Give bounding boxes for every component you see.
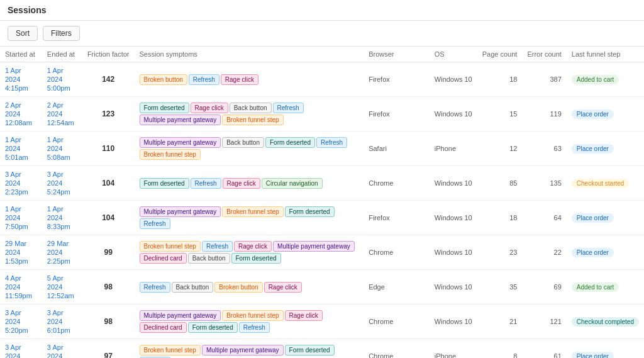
started-link[interactable]: 1 Apr 20244:15pm bbox=[5, 67, 28, 92]
ended-link[interactable]: 1 Apr 20245:00pm bbox=[47, 67, 70, 92]
symptom-tag[interactable]: Back button bbox=[230, 103, 272, 113]
symptom-tag[interactable]: Broken funnel step bbox=[222, 115, 283, 125]
symptom-tag[interactable]: Rage click bbox=[221, 74, 258, 85]
symptom-tag[interactable]: Rage click bbox=[191, 103, 228, 113]
symptom-tag[interactable]: Form deserted bbox=[265, 137, 315, 148]
cell-friction: 123 bbox=[82, 97, 135, 131]
symptom-tag[interactable]: Rage click bbox=[264, 282, 302, 293]
cell-started: 3 Apr 20245:20pm bbox=[0, 305, 42, 339]
table-row[interactable]: 3 Apr 20245:20pm3 Apr 20246:01pm98Multip… bbox=[0, 305, 644, 339]
ended-link[interactable]: 5 Apr 202412:52am bbox=[47, 274, 74, 299]
symptom-tag[interactable]: Refresh bbox=[239, 322, 270, 333]
symptom-tag[interactable]: Declined card bbox=[140, 253, 187, 264]
symptom-tag[interactable]: Broken button bbox=[140, 74, 187, 85]
symptom-tag[interactable]: Back button bbox=[172, 282, 214, 293]
symptom-tag[interactable]: Form deserted bbox=[231, 253, 281, 264]
symptom-tag[interactable]: Refresh bbox=[316, 137, 347, 148]
cell-browser: Chrome bbox=[364, 166, 430, 201]
started-link[interactable]: 29 Mar 20241:53pm bbox=[5, 240, 28, 265]
table-row[interactable]: 1 Apr 20244:15pm1 Apr 20245:00pm142Broke… bbox=[0, 62, 644, 97]
symptom-tag[interactable]: Multiple payment gateway bbox=[140, 137, 221, 148]
table-row[interactable]: 29 Mar 20241:53pm29 Mar 20242:25pm99Brok… bbox=[0, 235, 644, 270]
cell-pagecount: 21 bbox=[477, 305, 523, 339]
symptom-tag[interactable]: Broken button bbox=[214, 282, 262, 293]
symptom-tag[interactable]: Refresh bbox=[273, 103, 304, 113]
symptom-tag[interactable]: Back button bbox=[188, 253, 230, 264]
funnel-badge: Place order bbox=[572, 248, 614, 257]
ended-link[interactable]: 1 Apr 20245:08am bbox=[47, 136, 70, 161]
symptom-tag[interactable]: Rage click bbox=[223, 178, 260, 189]
started-link[interactable]: 1 Apr 20245:01am bbox=[5, 136, 28, 161]
started-link[interactable]: 3 Apr 20242:23pm bbox=[5, 171, 28, 196]
started-link[interactable]: 3 Apr 20245:20pm bbox=[5, 309, 28, 334]
cell-funnel: Place order bbox=[567, 97, 644, 131]
symptom-tag[interactable]: Refresh bbox=[140, 282, 170, 293]
cell-ended: 3 Apr 20246:01pm bbox=[42, 305, 82, 339]
symptom-tag[interactable]: Refresh bbox=[202, 241, 233, 252]
page-header: Sessions Sort Filters bbox=[0, 0, 644, 47]
symptom-tag[interactable]: Refresh bbox=[140, 218, 170, 229]
col-errorcount: Error count bbox=[522, 47, 566, 62]
symptom-tag[interactable]: Multiple payment gateway bbox=[140, 310, 221, 321]
symptom-tag[interactable]: Broken funnel step bbox=[140, 149, 201, 160]
sort-button[interactable]: Sort bbox=[8, 26, 38, 41]
table-row[interactable]: 1 Apr 20245:01am1 Apr 20245:08am110Multi… bbox=[0, 131, 644, 166]
col-symptoms: Session symptoms bbox=[135, 47, 364, 62]
table-row[interactable]: 2 Apr 202412:08am2 Apr 202412:54am123For… bbox=[0, 97, 644, 131]
symptom-tag[interactable]: Broken funnel step bbox=[140, 241, 201, 252]
page-title: Sessions bbox=[8, 5, 46, 15]
symptom-tag[interactable]: Form deserted bbox=[140, 178, 189, 189]
ended-link[interactable]: 3 Apr 20241:29am bbox=[47, 344, 70, 358]
table-container: Started at Ended at Friction factor Sess… bbox=[0, 47, 644, 358]
cell-pagecount: 18 bbox=[477, 62, 523, 97]
symptom-tag[interactable]: Broken funnel step bbox=[140, 345, 201, 355]
ended-link[interactable]: 29 Mar 20242:25pm bbox=[47, 240, 70, 265]
col-ended: Ended at bbox=[42, 47, 82, 62]
cell-browser: Chrome bbox=[364, 339, 430, 359]
table-row[interactable]: 3 Apr 20242:23pm3 Apr 20245:24pm104Form … bbox=[0, 166, 644, 201]
symptom-tag[interactable]: Rage click bbox=[234, 241, 272, 252]
cell-os: iPhone bbox=[430, 339, 477, 359]
cell-funnel: Checkout started bbox=[567, 166, 644, 201]
symptom-tag[interactable]: Broken funnel step bbox=[222, 310, 283, 321]
col-os: OS bbox=[430, 47, 477, 62]
table-row[interactable]: 4 Apr 202411:59pm5 Apr 202412:52am98Refr… bbox=[0, 270, 644, 305]
symptom-tag[interactable]: Back button bbox=[222, 137, 264, 148]
ended-link[interactable]: 2 Apr 202412:54am bbox=[47, 101, 74, 126]
symptom-tag[interactable]: Declined card bbox=[140, 322, 187, 333]
symptom-tag[interactable]: Circular navigation bbox=[262, 178, 323, 189]
cell-os: Windows 10 bbox=[430, 201, 477, 235]
symptom-tag[interactable]: Multiple payment gateway bbox=[273, 241, 355, 252]
cell-ended: 3 Apr 20241:29am bbox=[42, 339, 82, 359]
ended-link[interactable]: 3 Apr 20245:24pm bbox=[47, 171, 70, 196]
started-link[interactable]: 2 Apr 202412:08am bbox=[5, 101, 32, 126]
table-row[interactable]: 1 Apr 20247:50pm1 Apr 20248:33pm104Multi… bbox=[0, 201, 644, 235]
col-funnel: Last funnel step bbox=[567, 47, 644, 62]
symptom-tag[interactable]: Form deserted bbox=[285, 345, 335, 355]
cell-started: 3 Apr 20242:23pm bbox=[0, 166, 42, 201]
symptom-tag[interactable]: Rage click bbox=[285, 310, 323, 321]
cell-funnel: Checkout completed bbox=[567, 305, 644, 339]
table-body: 1 Apr 20244:15pm1 Apr 20245:00pm142Broke… bbox=[0, 62, 644, 359]
symptom-tag[interactable]: Form deserted bbox=[188, 322, 238, 333]
symptom-tag[interactable]: Multiple payment gateway bbox=[140, 206, 221, 217]
funnel-badge: Place order bbox=[572, 144, 614, 154]
symptom-tag[interactable]: Refresh bbox=[189, 74, 219, 85]
ended-link[interactable]: 1 Apr 20248:33pm bbox=[47, 205, 70, 230]
symptom-tag[interactable]: Multiple payment gateway bbox=[140, 115, 221, 125]
symptom-tag[interactable]: Multiple payment gateway bbox=[202, 345, 284, 355]
cell-errorcount: 22 bbox=[522, 235, 566, 270]
funnel-badge: Added to cart bbox=[572, 282, 619, 292]
started-link[interactable]: 3 Apr 20241:19am bbox=[5, 344, 28, 358]
ended-link[interactable]: 3 Apr 20246:01pm bbox=[47, 309, 70, 334]
cell-friction: 98 bbox=[82, 270, 135, 305]
table-row[interactable]: 3 Apr 20241:19am3 Apr 20241:29am97Broken… bbox=[0, 339, 644, 359]
filters-button[interactable]: Filters bbox=[43, 26, 80, 41]
started-link[interactable]: 1 Apr 20247:50pm bbox=[5, 205, 28, 230]
started-link[interactable]: 4 Apr 202411:59pm bbox=[5, 274, 32, 299]
symptom-tag[interactable]: Form deserted bbox=[140, 103, 189, 113]
symptom-tag[interactable]: Refresh bbox=[191, 178, 221, 189]
symptom-tag[interactable]: Broken funnel step bbox=[222, 206, 283, 217]
symptom-tag[interactable]: Form deserted bbox=[285, 206, 335, 217]
cell-symptoms: Form desertedRefreshRage clickCircular n… bbox=[135, 166, 364, 201]
